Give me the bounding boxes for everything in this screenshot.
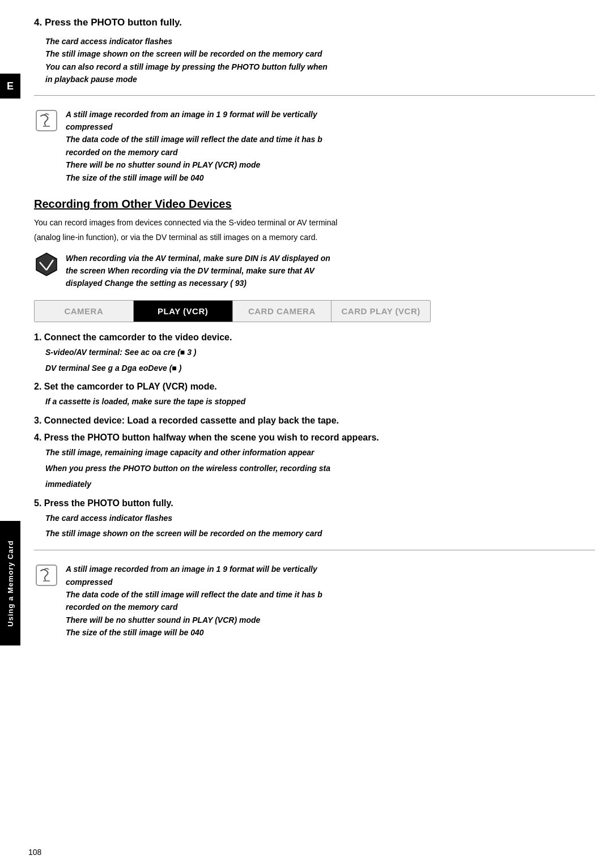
top-note2-line5: There will be no shutter sound in PLAY (…	[66, 159, 322, 171]
step1-sub: S-video/AV terminal: See ac oa cre (■ 3 …	[45, 346, 595, 375]
top-note2-line4: recorded on the memory card	[66, 146, 322, 159]
bottom-note-text: A still image recorded from an image in …	[66, 563, 322, 639]
step4-heading: 4. Press the PHOTO button halfway when t…	[34, 433, 595, 443]
step5-heading: 5. Press the PHOTO button fully.	[34, 498, 595, 508]
tab-card-camera[interactable]: CARD CAMERA	[233, 301, 332, 322]
step5-sub: The card access indicator flashes The st…	[45, 512, 595, 541]
top-note2-line6: The size of the still image will be 040	[66, 172, 322, 184]
top-note2-block: A still image recorded from an image in …	[34, 105, 595, 187]
hex-icon	[34, 252, 59, 277]
divider-1	[34, 95, 595, 96]
bottom-note-line1: A still image recorded from an image in …	[66, 563, 322, 575]
e-tab-label: E	[7, 80, 14, 92]
top-note1: The card access indicator flashes The st…	[45, 35, 595, 86]
warning-text: When recording via the AV terminal, make…	[66, 252, 330, 290]
top-note1-line2: The still image shown on the screen will…	[45, 48, 595, 60]
warning-block: When recording via the AV terminal, make…	[34, 252, 595, 290]
sidebar-label: Using a Memory Card	[0, 521, 20, 645]
section-title: Recording from Other Video Devices	[34, 198, 595, 211]
step2-sub1: If a cassette is loaded, make sure the t…	[45, 395, 595, 409]
e-tab: E	[0, 74, 20, 99]
tab-card-play-vcr[interactable]: CARD PLAY (VCR)	[332, 301, 430, 322]
page-number: 108	[28, 848, 41, 857]
bottom-note-line2: compressed	[66, 576, 322, 588]
step4-sub3: immediately	[45, 478, 595, 491]
top-note2-text: A still image recorded from an image in …	[66, 108, 322, 184]
sidebar-label-text: Using a Memory Card	[6, 540, 15, 627]
warning-line3: displayed Change the setting as necessar…	[66, 277, 330, 289]
step4-sub2: When you press the PHOTO button on the w…	[45, 462, 595, 476]
note-spiral-icon-2	[34, 563, 59, 588]
top-note1-line1: The card access indicator flashes	[45, 35, 595, 48]
divider-2	[34, 550, 595, 550]
section-intro-2: (analog line-in function), or via the DV…	[34, 231, 595, 243]
step3-heading: 3. Connected device: Load a recorded cas…	[34, 416, 595, 426]
step1-heading: 1. Connect the camcorder to the video de…	[34, 332, 595, 343]
top-note1-line4: in playback pause mode	[45, 73, 595, 85]
bottom-note-line4: recorded on the memory card	[66, 601, 322, 613]
top-note2-line3: The data code of the still image will re…	[66, 133, 322, 146]
bottom-note-line5: There will be no shutter sound in PLAY (…	[66, 614, 322, 626]
warning-line2: the screen When recording via the DV ter…	[66, 264, 330, 277]
tab-play-vcr[interactable]: PLAY (VCR)	[134, 301, 233, 322]
step1-sub2: DV terminal See g a Dga eoDeve (■ )	[45, 362, 595, 375]
top-note2-line2: compressed	[66, 121, 322, 133]
tab-camera[interactable]: CAMERA	[35, 301, 134, 322]
warning-line1: When recording via the AV terminal, make…	[66, 252, 330, 264]
step4-sub1: The still image, remaining image capacit…	[45, 446, 595, 460]
tabs-row: CAMERA PLAY (VCR) CARD CAMERA CARD PLAY …	[34, 300, 431, 322]
top-step4-heading: 4. Press the PHOTO button fully.	[34, 17, 595, 28]
bottom-note-block: A still image recorded from an image in …	[34, 559, 595, 642]
top-note2-line1: A still image recorded from an image in …	[66, 108, 322, 121]
step2-heading: 2. Set the camcorder to PLAY (VCR) mode.	[34, 382, 595, 392]
svg-marker-2	[36, 253, 57, 276]
step4-sub: The still image, remaining image capacit…	[45, 446, 595, 491]
step5-sub1: The card access indicator flashes	[45, 512, 595, 525]
bottom-note-line3: The data code of the still image will re…	[66, 588, 322, 601]
step5-sub2: The still image shown on the screen will…	[45, 527, 595, 541]
step1-sub1: S-video/AV terminal: See ac oa cre (■ 3 …	[45, 346, 595, 360]
section-intro-1: You can record images from devices conne…	[34, 216, 595, 229]
main-content: 4. Press the PHOTO button fully. The car…	[34, 17, 595, 868]
note-spiral-icon-1	[34, 108, 59, 133]
bottom-note-line6: The size of the still image will be 040	[66, 626, 322, 639]
top-note1-line3: You can also record a still image by pre…	[45, 61, 595, 73]
step2-sub: If a cassette is loaded, make sure the t…	[45, 395, 595, 409]
